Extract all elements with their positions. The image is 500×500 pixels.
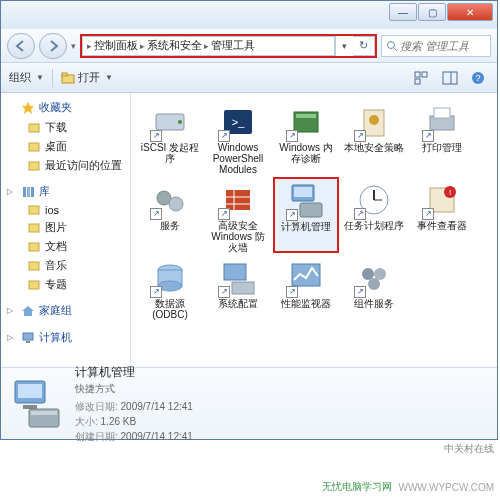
svg-rect-44 bbox=[300, 203, 322, 217]
breadcrumb[interactable]: ▸ 控制面板 ▸ 系统和安全 ▸ 管理工具 bbox=[82, 36, 335, 56]
svg-point-37 bbox=[169, 197, 183, 211]
forward-button[interactable] bbox=[39, 33, 67, 59]
svg-text:>_: >_ bbox=[232, 116, 245, 128]
file-label: iSCSI 发起程序 bbox=[140, 142, 200, 164]
sidebar-item[interactable]: 桌面 bbox=[1, 137, 130, 156]
file-item[interactable]: ↗组件服务 bbox=[341, 255, 407, 331]
file-item[interactable]: ↗性能监视器 bbox=[273, 255, 339, 331]
shortcut-overlay-icon: ↗ bbox=[354, 286, 366, 298]
svg-rect-20 bbox=[29, 243, 39, 251]
svg-rect-18 bbox=[29, 206, 39, 214]
sec-icon: ↗ bbox=[354, 102, 394, 142]
details-meta: 修改日期: 2009/7/14 12:41 大小: 1.26 KB 创建日期: … bbox=[75, 400, 193, 444]
search-box[interactable] bbox=[381, 35, 491, 57]
file-label: 高级安全 Windows 防火墙 bbox=[208, 220, 268, 253]
file-item[interactable]: ↗高级安全 Windows 防火墙 bbox=[205, 177, 271, 253]
svg-rect-62 bbox=[23, 405, 37, 409]
svg-marker-11 bbox=[22, 102, 34, 114]
file-item[interactable]: ↗计算机管理 bbox=[273, 177, 339, 253]
file-item[interactable]: !↗事件查看器 bbox=[409, 177, 475, 253]
view-button[interactable] bbox=[411, 68, 433, 88]
minimize-button[interactable]: — bbox=[389, 3, 417, 21]
file-label: 本地安全策略 bbox=[344, 142, 404, 153]
back-button[interactable] bbox=[7, 33, 35, 59]
event-icon: !↗ bbox=[422, 180, 462, 220]
svg-text:?: ? bbox=[475, 73, 480, 83]
file-item[interactable]: ↗Windows 内存诊断 bbox=[273, 99, 339, 175]
sidebar-item[interactable]: 下载 bbox=[1, 118, 130, 137]
sysconf-icon: ↗ bbox=[218, 258, 258, 298]
file-label: 计算机管理 bbox=[281, 221, 331, 232]
file-item[interactable]: ↗系统配置 bbox=[205, 255, 271, 331]
svg-rect-15 bbox=[23, 187, 26, 197]
shortcut-overlay-icon: ↗ bbox=[218, 286, 230, 298]
sidebar-item[interactable]: ios bbox=[1, 202, 130, 218]
perf-icon: ↗ bbox=[286, 258, 326, 298]
svg-rect-22 bbox=[29, 281, 39, 289]
svg-rect-24 bbox=[23, 333, 33, 340]
shortcut-overlay-icon: ↗ bbox=[354, 208, 366, 220]
sidebar-item[interactable]: 图片 bbox=[1, 218, 130, 237]
svg-rect-35 bbox=[434, 108, 450, 118]
ps-icon: >_↗ bbox=[218, 102, 258, 142]
svg-point-58 bbox=[374, 268, 386, 280]
open-button[interactable]: 打开 ▼ bbox=[61, 70, 113, 85]
close-button[interactable]: ✕ bbox=[447, 3, 493, 21]
odbc-icon: ↗ bbox=[150, 258, 190, 298]
breadcrumb-item[interactable]: 控制面板 bbox=[94, 38, 138, 53]
content-area: 收藏夹下载桌面最近访问的位置▷库ios图片文档音乐专题▷家庭组▷计算机 ↗iSC… bbox=[1, 93, 497, 367]
svg-rect-12 bbox=[29, 124, 39, 132]
gear-icon: ↗ bbox=[150, 180, 190, 220]
sidebar-group[interactable]: ▷库 bbox=[1, 181, 130, 202]
view-icon bbox=[414, 71, 430, 85]
svg-rect-25 bbox=[26, 341, 30, 343]
sidebar-item[interactable]: 专题 bbox=[1, 275, 130, 294]
file-item[interactable]: >_↗Windows PowerShell Modules bbox=[205, 99, 271, 175]
file-item[interactable]: ↗iSCSI 发起程序 bbox=[137, 99, 203, 175]
separator bbox=[52, 69, 53, 87]
breadcrumb-item[interactable]: 管理工具 bbox=[211, 38, 255, 53]
mem-icon: ↗ bbox=[286, 102, 326, 142]
shortcut-overlay-icon: ↗ bbox=[422, 208, 434, 220]
svg-rect-3 bbox=[62, 73, 67, 76]
sidebar-group[interactable]: 收藏夹 bbox=[1, 97, 130, 118]
svg-rect-16 bbox=[27, 187, 30, 197]
file-label: 组件服务 bbox=[354, 298, 394, 309]
organize-menu[interactable]: 组织▼ bbox=[9, 70, 44, 85]
svg-point-57 bbox=[362, 268, 374, 280]
maximize-button[interactable]: ▢ bbox=[418, 3, 446, 21]
file-item[interactable]: ↗服务 bbox=[137, 177, 203, 253]
sidebar-item[interactable]: 音乐 bbox=[1, 256, 130, 275]
preview-pane-button[interactable] bbox=[439, 68, 461, 88]
sidebar-group[interactable]: ▷家庭组 bbox=[1, 300, 130, 321]
history-dropdown[interactable]: ▾ bbox=[71, 41, 76, 51]
file-item[interactable]: ↗本地安全策略 bbox=[341, 99, 407, 175]
chevron-right-icon: ▸ bbox=[87, 41, 92, 51]
address-toolbar: ▾ ▸ 控制面板 ▸ 系统和安全 ▸ 管理工具 ▾ ↻ bbox=[1, 29, 497, 63]
svg-rect-56 bbox=[292, 264, 320, 286]
file-label: 事件查看器 bbox=[417, 220, 467, 231]
svg-point-33 bbox=[369, 115, 379, 125]
svg-rect-13 bbox=[29, 143, 39, 151]
svg-rect-31 bbox=[296, 114, 316, 118]
navigation-sidebar[interactable]: 收藏夹下载桌面最近访问的位置▷库ios图片文档音乐专题▷家庭组▷计算机 bbox=[1, 93, 131, 367]
svg-rect-55 bbox=[232, 282, 254, 294]
breadcrumb-item[interactable]: 系统和安全 bbox=[147, 38, 202, 53]
address-dropdown[interactable]: ▾ bbox=[335, 36, 353, 56]
search-input[interactable] bbox=[400, 40, 486, 52]
sidebar-item[interactable]: 文档 bbox=[1, 237, 130, 256]
print-icon: ↗ bbox=[422, 102, 462, 142]
file-item[interactable]: ↗打印管理 bbox=[409, 99, 475, 175]
svg-rect-5 bbox=[422, 72, 427, 77]
file-item[interactable]: ↗任务计划程序 bbox=[341, 177, 407, 253]
chevron-right-icon: ▸ bbox=[140, 41, 145, 51]
refresh-button[interactable]: ↻ bbox=[353, 36, 375, 56]
svg-rect-43 bbox=[294, 187, 312, 197]
file-label: 任务计划程序 bbox=[344, 220, 404, 231]
sidebar-item[interactable]: 最近访问的位置 bbox=[1, 156, 130, 175]
file-item[interactable]: ↗数据源 (ODBC) bbox=[137, 255, 203, 331]
svg-rect-19 bbox=[29, 224, 39, 232]
help-button[interactable]: ? bbox=[467, 68, 489, 88]
sidebar-group[interactable]: ▷计算机 bbox=[1, 327, 130, 348]
compmgmt-icon: ↗ bbox=[286, 181, 326, 221]
